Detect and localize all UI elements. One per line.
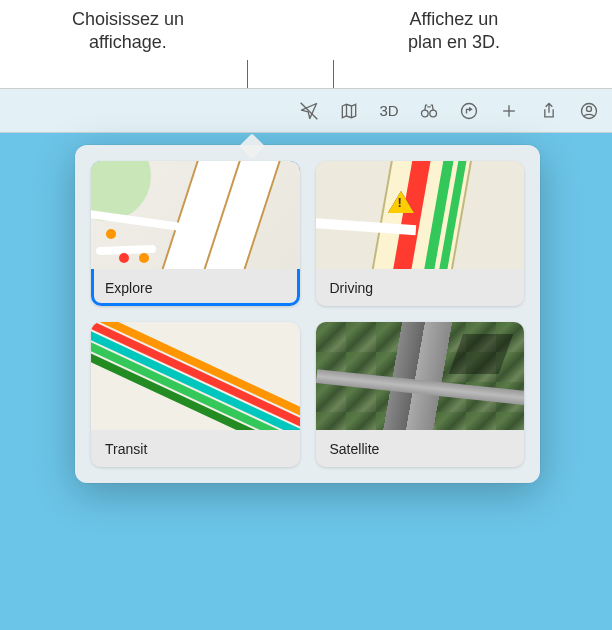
map-mode-driving[interactable]: Driving [316,161,525,306]
annotation-callouts: Choisissez un affichage. Affichez un pla… [0,0,612,88]
toolbar: 3D [0,89,612,133]
map-mode-preview [91,161,300,269]
directions-icon[interactable] [458,100,480,122]
map-mode-grid: Explore Driving [91,161,524,467]
callout-choose-view: Choisissez un affichage. [72,8,184,88]
map-mode-popover: Explore Driving [75,145,540,483]
map-mode-satellite[interactable]: Satellite [316,322,525,467]
maps-window: 3D [0,88,612,630]
map-mode-preview [316,161,525,269]
callout-text: Affichez un plan en 3D. [408,9,500,52]
map-mode-label: Transit [105,441,147,457]
svg-point-9 [587,106,592,111]
three-d-label: 3D [379,102,398,119]
map-mode-label-bar: Driving [316,269,525,306]
location-icon[interactable] [298,100,320,122]
map-mode-explore[interactable]: Explore [91,161,300,306]
map-mode-label: Satellite [330,441,380,457]
svg-point-4 [430,110,437,117]
three-d-button[interactable]: 3D [378,100,400,122]
map-mode-label: Driving [330,280,374,296]
map-mode-preview [316,322,525,430]
svg-point-3 [422,110,429,117]
account-icon[interactable] [578,100,600,122]
plus-icon[interactable] [498,100,520,122]
map-mode-transit[interactable]: Transit [91,322,300,467]
callout-text: Choisissez un affichage. [72,9,184,52]
map-mode-label-bar: Explore [91,269,300,306]
share-icon[interactable] [538,100,560,122]
map-mode-label-bar: Satellite [316,430,525,467]
binoculars-icon[interactable] [418,100,440,122]
map-mode-label: Explore [105,280,152,296]
map-mode-icon[interactable] [338,100,360,122]
callout-3d-view: Affichez un plan en 3D. [408,8,500,88]
map-mode-label-bar: Transit [91,430,300,467]
map-mode-preview [91,322,300,430]
